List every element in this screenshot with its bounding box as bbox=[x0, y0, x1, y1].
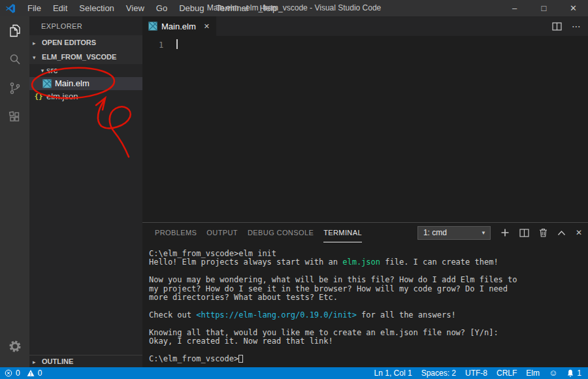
folder-label: src bbox=[46, 64, 57, 77]
files-icon bbox=[7, 23, 23, 39]
plus-icon bbox=[500, 228, 510, 237]
window-controls: – □ ✕ bbox=[500, 0, 588, 16]
chevron-right-icon: ▸ bbox=[33, 36, 40, 50]
new-terminal-button[interactable] bbox=[500, 228, 510, 237]
menu-selection[interactable]: Selection bbox=[73, 0, 120, 16]
panel-header: PROBLEMS OUTPUT DEBUG CONSOLE TERMINAL 1… bbox=[142, 223, 588, 242]
dropdown-caret-icon: ▼ bbox=[481, 230, 486, 236]
section-outline[interactable]: ▸ OUTLINE bbox=[29, 355, 142, 367]
elm-file-icon bbox=[42, 79, 52, 88]
panel-tab-terminal[interactable]: TERMINAL bbox=[323, 223, 362, 242]
error-count: 0 bbox=[16, 369, 20, 378]
activity-search[interactable] bbox=[0, 45, 29, 74]
window-title: Main.elm - elm_from_vscode - Visual Stud… bbox=[207, 0, 382, 16]
tree-item-main-elm[interactable]: Main.elm bbox=[29, 77, 142, 90]
menu-file[interactable]: File bbox=[22, 0, 47, 16]
sidebar-title: EXPLORER bbox=[41, 22, 82, 30]
terminal-select[interactable]: 1: cmd ▼ bbox=[417, 226, 491, 240]
chevron-down-icon: ▾ bbox=[33, 50, 40, 65]
section-root-folder[interactable]: ▾ ELM_FROM_VSCODE bbox=[29, 50, 142, 64]
json-file-icon: {} bbox=[34, 90, 43, 103]
feedback-smiley-icon[interactable]: ☺ bbox=[549, 369, 557, 378]
terminal-select-value: 1: cmd bbox=[423, 228, 447, 237]
status-bar: 0 0 Ln 1, Col 1 Spaces: 2 UTF-8 CRLF Elm… bbox=[0, 367, 588, 379]
section-open-editors[interactable]: ▸ OPEN EDITORS bbox=[29, 35, 142, 50]
section-label: OPEN EDITORS bbox=[42, 39, 96, 46]
tab-main-elm[interactable]: Main.elm ✕ bbox=[142, 16, 216, 36]
tab-close-icon[interactable]: ✕ bbox=[204, 22, 210, 31]
editor-tab-bar: Main.elm ✕ ⋯ bbox=[142, 16, 588, 36]
maximize-button[interactable]: □ bbox=[529, 0, 559, 16]
explorer-sidebar: EXPLORER ▸ OPEN EDITORS ▾ ELM_FROM_VSCOD… bbox=[29, 16, 142, 367]
source-control-icon bbox=[7, 80, 23, 96]
notifications-bell[interactable]: 1 bbox=[566, 369, 581, 378]
menu-view[interactable]: View bbox=[120, 0, 150, 16]
text-cursor bbox=[176, 39, 178, 49]
activity-extensions[interactable] bbox=[0, 103, 29, 131]
activity-bar bbox=[0, 16, 29, 367]
menu-debug[interactable]: Debug bbox=[173, 0, 210, 16]
section-label: OUTLINE bbox=[42, 357, 73, 365]
notification-count: 1 bbox=[577, 369, 581, 378]
split-editor-icon[interactable] bbox=[552, 22, 562, 31]
file-label: Main.elm bbox=[55, 77, 90, 90]
editor-actions: ⋯ bbox=[552, 16, 581, 36]
section-label: ELM_FROM_VSCODE bbox=[42, 53, 116, 61]
menu-go[interactable]: Go bbox=[150, 0, 173, 16]
tree-item-src[interactable]: ▾ src bbox=[29, 64, 142, 77]
chevron-down-icon: ▾ bbox=[39, 64, 46, 77]
menu-edit[interactable]: Edit bbox=[47, 0, 73, 16]
activity-source-control[interactable] bbox=[0, 74, 29, 103]
gear-icon bbox=[8, 339, 22, 354]
eol-sequence[interactable]: CRLF bbox=[497, 369, 517, 378]
vscode-logo-icon bbox=[5, 3, 16, 14]
line-number: 1 bbox=[159, 41, 163, 50]
tree-item-elm-json[interactable]: {} elm.json bbox=[29, 90, 142, 103]
title-bar: File Edit Selection View Go Debug Termin… bbox=[0, 0, 588, 16]
settings-button[interactable] bbox=[0, 332, 29, 361]
maximize-panel-button[interactable] bbox=[557, 230, 566, 236]
elm-file-icon bbox=[148, 22, 157, 31]
encoding[interactable]: UTF-8 bbox=[465, 369, 487, 378]
bottom-panel: PROBLEMS OUTPUT DEBUG CONSOLE TERMINAL 1… bbox=[142, 222, 588, 367]
indentation[interactable]: Spaces: 2 bbox=[421, 369, 456, 378]
panel-actions: 1: cmd ▼ bbox=[417, 223, 582, 242]
panel-tab-output[interactable]: OUTPUT bbox=[206, 223, 238, 242]
panel-tab-problems[interactable]: PROBLEMS bbox=[155, 223, 197, 242]
close-panel-button[interactable]: ✕ bbox=[576, 228, 582, 237]
search-icon bbox=[7, 52, 23, 67]
close-window-button[interactable]: ✕ bbox=[559, 0, 588, 16]
panel-tab-debug-console[interactable]: DEBUG CONSOLE bbox=[248, 223, 314, 242]
warning-count: 0 bbox=[38, 369, 42, 378]
language-mode[interactable]: Elm bbox=[526, 369, 540, 378]
warning-icon bbox=[27, 369, 35, 377]
tab-label: Main.elm bbox=[161, 22, 196, 31]
error-icon bbox=[5, 369, 12, 377]
activity-explorer[interactable] bbox=[0, 16, 29, 45]
file-label: elm.json bbox=[46, 90, 78, 103]
trash-icon bbox=[539, 228, 547, 237]
minimize-button[interactable]: – bbox=[500, 0, 529, 16]
terminal-cursor bbox=[238, 355, 243, 363]
kill-terminal-button[interactable] bbox=[539, 228, 547, 237]
bell-icon bbox=[566, 369, 574, 378]
split-icon bbox=[519, 229, 529, 237]
editor-content[interactable]: 1 bbox=[142, 36, 588, 222]
cursor-position[interactable]: Ln 1, Col 1 bbox=[374, 369, 412, 378]
problems-indicator[interactable]: 0 0 bbox=[5, 369, 42, 378]
chevron-up-icon bbox=[557, 230, 566, 236]
extensions-icon bbox=[7, 109, 23, 125]
more-actions-icon[interactable]: ⋯ bbox=[572, 21, 581, 31]
terminal-output[interactable]: C:\elm_from_vscode>elm initHello! Elm pr… bbox=[149, 250, 584, 363]
status-right: Ln 1, Col 1 Spaces: 2 UTF-8 CRLF Elm ☺ 1 bbox=[374, 369, 581, 378]
split-terminal-button[interactable] bbox=[519, 229, 529, 237]
